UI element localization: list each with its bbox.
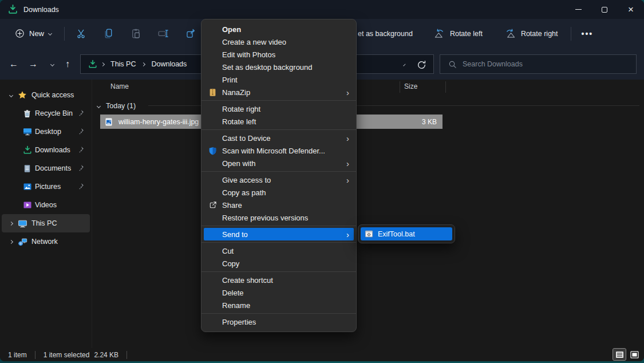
menu-item-label: Rotate left [222,117,256,126]
submenu-arrow-icon: › [346,134,349,143]
rotate-left-button[interactable]: Rotate left [429,25,487,42]
search-box[interactable] [440,54,637,74]
menu-item-rename[interactable]: Rename [202,299,356,311]
cut-button[interactable] [69,23,92,44]
share-icon [208,200,222,210]
expander-right-icon[interactable] [7,222,14,225]
sidebar-item-downloads[interactable]: Downloads [2,141,90,159]
menu-item-edit-with-photos[interactable]: Edit with Photos [202,48,356,61]
rotate-right-button[interactable]: Rotate right [500,25,563,42]
menu-item-give-access-to[interactable]: Give access to› [202,173,356,186]
sidebar-item-pictures[interactable]: Pictures [2,177,90,196]
menu-separator [202,100,356,101]
rename-icon [157,27,169,40]
sidebar-item-quick-access[interactable]: Quick access [2,86,90,104]
group-header[interactable]: Today (1) [92,100,136,112]
status-separator [127,351,127,359]
details-view-button[interactable] [613,349,626,360]
context-menu: OpenCreate a new videoEdit with PhotosSe… [201,19,357,332]
menu-item-label: Rotate right [222,105,260,113]
menu-item-share[interactable]: Share [202,199,356,211]
group-label: Today (1) [106,102,136,110]
menu-item-rotate-right[interactable]: Rotate right [202,102,356,115]
close-button[interactable]: × [618,0,644,19]
minimize-button[interactable] [565,0,591,19]
menu-item-label: Open [222,25,241,34]
copy-button[interactable] [97,23,120,44]
expander-right-icon[interactable] [7,240,14,243]
menu-item-rotate-left[interactable]: Rotate left [202,115,356,128]
expander-down-icon[interactable] [7,94,14,97]
maximize-button[interactable] [591,0,618,19]
thumbnail-view-icon [630,351,639,358]
desktop-icon [23,127,32,136]
menu-item-send-to[interactable]: Send to› [204,228,354,240]
chevron-right-icon [9,221,13,225]
see-more-button[interactable]: ••• [577,29,598,38]
address-dropdown-button[interactable] [400,61,408,69]
menu-item-label: Scan with Microsoft Defender... [222,147,325,155]
menu-item-label: Edit with Photos [222,50,275,59]
details-view-icon [615,351,624,358]
column-header-name[interactable]: Name [110,82,129,90]
image-file-icon [104,117,113,127]
column-separator[interactable] [445,81,446,93]
sidebar-item-videos[interactable]: Videos [2,196,90,214]
sidebar-item-recycle-bin[interactable]: Recycle Bin [2,104,90,123]
documents-icon [23,164,31,173]
menu-item-cast-to-device[interactable]: Cast to Device› [202,132,356,144]
set-as-background-button[interactable]: et as background [358,30,413,38]
menu-item-nanazip[interactable]: NanaZip› [202,86,356,98]
plus-circle-icon [15,29,25,38]
menu-item-set-as-desktop-background[interactable]: Set as desktop background [202,61,356,73]
titlebar: Downloads × [0,0,644,19]
sidebar-item-network[interactable]: Network [2,232,90,251]
rename-button[interactable] [152,23,175,44]
share-icon [208,200,218,210]
defender-shield-icon [208,147,217,155]
forward-button[interactable]: → [26,57,40,71]
window-title: Downloads [23,6,59,14]
submenu-arrow-icon: › [346,230,349,239]
breadcrumb-item-this-pc[interactable]: This PC [108,59,138,69]
back-button[interactable]: ← [7,57,21,71]
thumbnail-view-button[interactable] [628,349,641,360]
menu-item-restore-previous-versions[interactable]: Restore previous versions [202,211,356,224]
menu-item-properties[interactable]: Properties [202,315,356,328]
copy-icon [102,27,114,40]
up-button[interactable]: ↑ [61,57,74,71]
menu-item-delete[interactable]: Delete [202,286,356,299]
menu-item-scan-with-microsoft-defender[interactable]: Scan with Microsoft Defender... [202,144,356,157]
menu-item-label: Send to [222,230,248,239]
breadcrumb-item-downloads[interactable]: Downloads [149,59,189,69]
menu-item-open-with[interactable]: Open with› [202,157,356,169]
menu-item-create-a-new-video[interactable]: Create a new video [202,35,356,48]
chevron-down-icon [48,31,52,35]
selection-count: 1 item selected [44,351,90,359]
refresh-button[interactable] [417,60,426,70]
share-button[interactable] [179,23,202,44]
menu-item-print[interactable]: Print [202,73,356,86]
pin-icon [77,164,85,172]
menu-item-cut[interactable]: Cut [202,244,356,257]
sidebar-item-this-pc[interactable]: This PC [2,214,90,232]
paste-button[interactable] [124,23,147,44]
menu-item-exiftool-bat[interactable]: ExifTool.bat [361,227,452,240]
recent-locations-button[interactable] [45,57,59,71]
column-header-size[interactable]: Size [404,82,417,90]
menu-item-open[interactable]: Open [202,23,356,35]
search-input[interactable] [463,60,623,68]
rotate-left-label: Rotate left [450,30,483,38]
chevron-right-icon [141,62,145,66]
new-button[interactable]: New [9,25,57,42]
menu-item-copy-as-path[interactable]: Copy as path [202,186,356,199]
menu-item-label: Create a new video [222,38,286,46]
sidebar-item-desktop[interactable]: Desktop [2,123,90,141]
chevron-down-icon [9,93,13,97]
menu-item-create-shortcut[interactable]: Create shortcut [202,274,356,286]
file-size: 3 KB [398,118,437,126]
sidebar-item-documents[interactable]: Documents [2,159,90,177]
column-separator[interactable] [400,81,400,93]
menu-item-copy[interactable]: Copy [202,257,356,270]
menu-item-label: Copy as path [222,188,266,197]
